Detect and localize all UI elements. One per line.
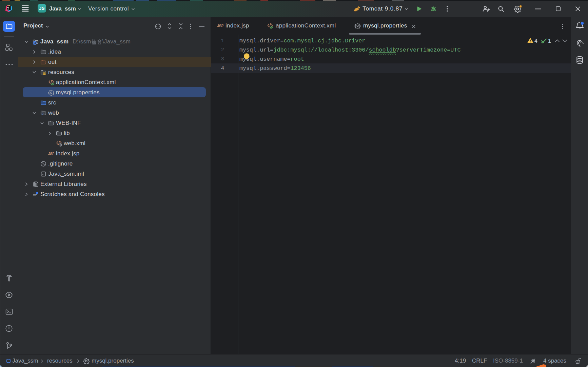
svg-text:JSP: JSP [48,152,54,156]
svg-text:JSP: JSP [217,24,223,28]
